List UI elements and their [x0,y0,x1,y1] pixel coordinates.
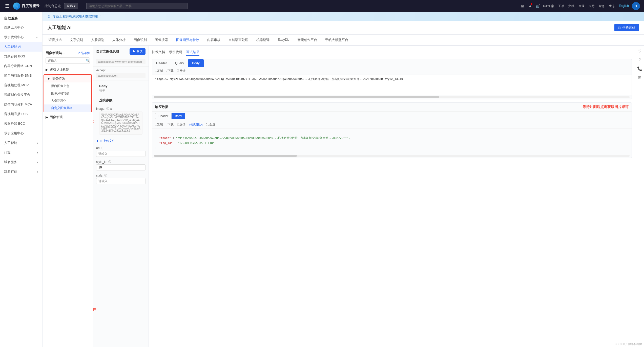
sidebar-item-tools[interactable]: 自助工具中心 [0,23,42,32]
copy-icon[interactable]: ⧉ [110,107,112,111]
category-navigation: 语音技术 文字识别 人脸识别 人体分析 图像识别 图像搜索 图像增强与特效 内容… [43,35,644,46]
cart-icon[interactable]: 🛒 [536,4,540,8]
cat-image-enhance[interactable]: 图像增强与特效 [175,35,200,46]
sidebar-item-storage[interactable]: 对象存储 ▾ [0,167,42,177]
cat-image-search[interactable]: 图像搜索 [154,35,169,46]
image-enhance-group-header[interactable]: ▶ 图像增强 [43,113,93,121]
main-content: 图像增强与... 产品详情 🔍 ▶ 鉴权认证机制 [43,46,644,347]
trial-button[interactable]: ⊡ 体验调研 [614,24,639,31]
control-center-link[interactable]: 控制台总览 [45,4,61,8]
image-help-icon[interactable]: ⓘ [106,107,109,111]
tab-tech-docs[interactable]: 技术文档 [152,49,165,56]
style-label: style: ⓘ [96,174,146,177]
horizontal-scrollbar[interactable] [154,96,630,98]
search-input[interactable] [86,3,188,9]
upload-icon: ⬆ [96,139,99,143]
sidebar-item-domain[interactable]: 域名服务 ▾ [0,157,42,167]
user-avatar[interactable]: 9 [632,2,640,10]
api-search-input[interactable] [48,59,86,62]
phone-icon[interactable]: 📞 [637,66,642,71]
cat-speech[interactable]: 语音技术 [48,35,63,46]
res-copy-button[interactable]: □复制 [155,122,163,127]
sidebar-item-intelligence[interactable]: 人工智能 ▾ [0,138,42,148]
cat-creative[interactable]: 智能创作平台 [296,35,318,46]
finance-link[interactable]: 财务 [599,4,605,8]
res-feedback-button[interactable]: ☑反馈 [177,122,185,127]
bw-colorize-item[interactable]: 黑白图像上色 [44,82,91,90]
sidebar-item-app-center[interactable]: 示例应用中心 [0,128,42,138]
req-tab-query[interactable]: Query [171,59,188,67]
support-link[interactable]: 支持 [589,4,595,8]
sidebar-item-examples[interactable]: 示例代码中心 ▲ [0,32,42,42]
heart-icon[interactable]: ♡ [638,49,641,54]
download-button[interactable]: ↓下载 [166,69,174,73]
response-tabs: Header Body [152,112,632,121]
url-help-icon[interactable]: ⓘ [101,146,104,150]
auth-group-header[interactable]: ▶ 鉴权认证机制 [43,66,93,73]
feedback-button[interactable]: ☑反馈 [177,69,185,73]
style-id-help-icon[interactable]: ⓘ [108,160,111,164]
docs-link[interactable]: 文档 [568,4,574,8]
url-input[interactable] [96,151,146,157]
cat-nlp[interactable]: 自然语言处理 [227,35,249,46]
right-sidebar: ♡ ? 📞 ⊞ [635,46,644,347]
upload-button[interactable]: ⬆ ⬆ 上传文件 [93,137,149,145]
sidebar-item-lss[interactable]: 音视频直播 LSS [0,109,42,119]
eco-link[interactable]: 生态 [609,4,615,8]
anime-item[interactable]: 人像动漫化 [44,97,91,104]
ticket-link[interactable]: 工单 [558,4,564,8]
lang-link[interactable]: English [619,4,629,8]
cat-translate[interactable]: 机器翻译 [255,35,271,46]
req-tab-header[interactable]: Header [152,59,171,67]
sidebar-item-sms[interactable]: 简单消息服务 SMS [0,71,42,80]
cat-content[interactable]: 内容审核 [206,35,221,46]
icp-link[interactable]: ICP备案 [543,4,554,8]
cat-qianfan[interactable]: 千帆大模型平台 [324,35,349,46]
res-tab-body[interactable]: Body [172,113,185,119]
scope-button[interactable]: 全局 ▾ [64,3,78,9]
response-scrollbar[interactable] [154,155,630,157]
sidebar-item-bcc[interactable]: 云服务器 BCC [0,119,42,128]
cat-easydl[interactable]: EasyDL [277,35,290,46]
sidebar: 自助服务 自助工具中心 示例代码中心 ▲ 人工智能 AI 对象存储 BOS 内容… [0,12,43,347]
auth-group: ▶ 鉴权认证机制 [43,66,93,73]
res-tab-header[interactable]: Header [155,113,172,119]
sidebar-item-compute[interactable]: 计算 ▾ [0,148,42,157]
grid-icon[interactable]: ⊞ [521,4,524,8]
api-search[interactable]: 🔍 [46,57,90,64]
tab-example-code[interactable]: 示例代码 [169,49,182,56]
sidebar-item-video[interactable]: 视频创作分发平台 [0,90,42,100]
question-icon[interactable]: ? [638,58,641,62]
response-body-content: { "image" : "/9j/4AAQSkZJRgABAQAAAQABAD/… [152,128,632,154]
copy-button[interactable]: □复制 [155,69,163,73]
cat-ocr[interactable]: 文字识别 [69,35,84,46]
monitor-icon[interactable]: 🖥 [528,4,532,8]
fullscreen-button[interactable]: ⛶全屏 [206,122,215,127]
sidebar-item-cdn[interactable]: 内容分发网络 CDN [0,61,42,71]
sidebar-item-bos[interactable]: 对象存储 BOS [0,52,42,61]
cat-image-rec[interactable]: 图像识别 [133,35,148,46]
image-param-label: image: ⓘ ⧉ [96,107,146,111]
content-type-value: application/x-www-form-urlencoded [96,59,146,64]
image-effects-group-header[interactable]: ▼ 图像特效 [44,75,91,82]
hamburger-menu[interactable]: ☰ [4,2,10,10]
sidebar-item-ai[interactable]: 人工智能 AI [0,42,42,52]
style-transfer-item[interactable]: 图像风格转换 [44,90,91,97]
apps-icon[interactable]: ⊞ [638,75,641,80]
style-input[interactable] [96,178,146,184]
res-download-button[interactable]: ↓下载 [166,122,174,127]
sidebar-item-mca[interactable]: 媒体内容分析 MCA [0,100,42,109]
tab-debug-result[interactable]: 调试结果 [186,49,199,56]
sidebar-item-mcp[interactable]: 音视频处理 MCP [0,80,42,90]
enterprise-link[interactable]: 企业 [578,4,585,8]
req-tab-body[interactable]: Body [188,59,204,67]
product-detail-link[interactable]: 产品详情 [78,51,90,55]
style-id-input[interactable] [96,164,146,170]
cat-face[interactable]: 人脸识别 [90,35,105,46]
debug-button[interactable]: ▶ 调试 [130,48,146,55]
get-image-button[interactable]: ⊙获取图片 [189,122,203,127]
style-help-icon[interactable]: ⓘ [104,174,107,177]
custom-style-item[interactable]: 自定义图像风格 [44,104,91,112]
search-container [86,3,188,9]
cat-body[interactable]: 人体分析 [111,35,127,46]
